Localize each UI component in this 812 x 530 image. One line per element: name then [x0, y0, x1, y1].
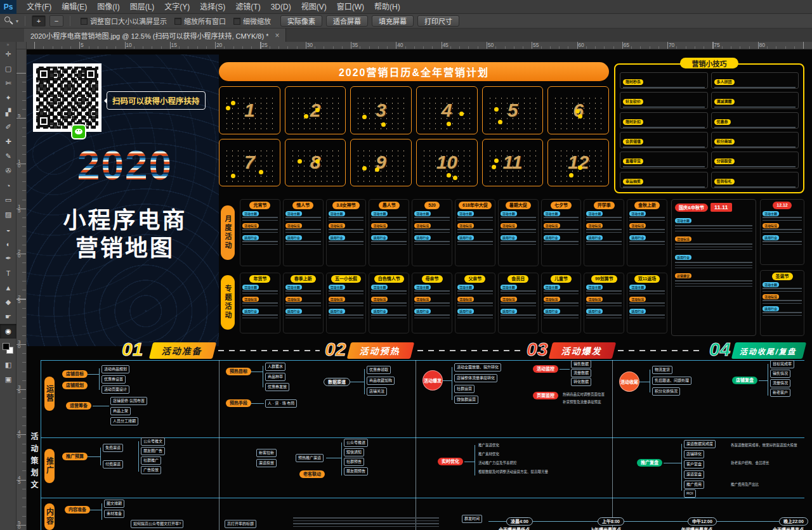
- row-label-operations: 运营: [44, 377, 55, 411]
- menu-item[interactable]: 视图(V): [296, 0, 332, 14]
- menu-item[interactable]: 图层(L): [125, 0, 160, 14]
- ruler-number: 60: [578, 42, 584, 48]
- month-box: 9: [350, 139, 412, 187]
- qr-caption: 扫码可以获得小程序扶持: [107, 91, 206, 110]
- zoom-in-toggle[interactable]: +: [32, 15, 46, 27]
- color-swatches[interactable]: [0, 341, 16, 358]
- flow-node: [560, 369, 570, 370]
- move-tool[interactable]: ✛: [0, 47, 16, 61]
- blur-tool[interactable]: ◒: [0, 222, 16, 236]
- menu-item[interactable]: 选择(S): [195, 0, 230, 14]
- toolbar-grip[interactable]: »: [0, 42, 16, 47]
- phase-dashes: [618, 350, 704, 351]
- vertical-ruler[interactable]: 51 01 52 02 53 03 54 04 55 0: [16, 49, 27, 530]
- flow-node: [768, 364, 768, 396]
- flow-node: 店铺复盘: [732, 377, 757, 384]
- pen-tool[interactable]: ✒: [0, 251, 16, 266]
- healing-brush-tool[interactable]: ✚: [0, 134, 16, 149]
- option-checkbox[interactable]: 细微缩放: [233, 16, 271, 26]
- monthly-activities-label: 月度活动: [221, 205, 235, 260]
- document-tab[interactable]: 2020小程序电商营销地图.jpg @ 12.5% (扫码可以获得小程序扶持, …: [24, 29, 286, 42]
- menu-item[interactable]: 滤镜(T): [230, 0, 265, 14]
- shape-tool[interactable]: ◆: [0, 295, 16, 309]
- crop-tool[interactable]: ▞: [0, 105, 16, 120]
- options-button[interactable]: 填充屏幕: [372, 15, 414, 27]
- flow-node: 老客联动: [299, 470, 325, 478]
- divider: [25, 16, 25, 26]
- flow-node: 推广复盘: [637, 459, 662, 467]
- lasso-tool[interactable]: ✄: [0, 76, 16, 91]
- double11-badge: 11.11: [710, 203, 732, 212]
- close-icon[interactable]: ×: [275, 31, 279, 40]
- quick-select-tool[interactable]: ✦: [0, 91, 16, 105]
- wechat-icon: [71, 124, 86, 139]
- zoom-tool[interactable]: ◉: [0, 324, 16, 339]
- campaign-card: 3.8女神节活动主题活动玩法适用行业: [326, 199, 367, 266]
- flow-node: [293, 517, 439, 527]
- eyedropper-tool[interactable]: ✐: [0, 120, 16, 134]
- options-button[interactable]: 适合屏幕: [326, 15, 368, 27]
- month-box: 10: [416, 139, 478, 187]
- campaign-card: 年货节活动主题活动玩法适用行业: [240, 273, 280, 333]
- document-canvas[interactable]: 扫码可以获得小程序扶持 2020 小程序电商 营销地图 2020营销日历&全年营…: [27, 49, 812, 530]
- zoom-out-toggle[interactable]: −: [49, 15, 63, 27]
- quick-mask-button[interactable]: ◧: [0, 358, 16, 372]
- flow-node: 朋友圈预告: [344, 467, 368, 475]
- campaign-card: 情人节活动主题活动玩法适用行业: [283, 199, 324, 266]
- flow-node: 活动爆发: [422, 370, 443, 391]
- history-brush-tool[interactable]: ◔: [0, 178, 16, 193]
- flow-node: 公众号推文: [141, 437, 165, 446]
- divider: [70, 16, 70, 26]
- options-button[interactable]: 打印尺寸: [417, 15, 459, 27]
- menu-item[interactable]: 编辑(E): [56, 0, 92, 14]
- flow-node: 目标完成率: [770, 360, 794, 368]
- eraser-tool[interactable]: ▭: [0, 193, 16, 207]
- menu-item[interactable]: 文件(F): [22, 0, 56, 14]
- menu-item[interactable]: 3D(D): [266, 0, 296, 14]
- month-box: 12: [547, 139, 609, 187]
- campaign-card: 父亲节活动主题活动玩法适用行业: [455, 273, 495, 333]
- dodge-tool[interactable]: ◐: [0, 236, 16, 251]
- tip-box: 签到有礼: [711, 172, 799, 188]
- options-button[interactable]: 实际像素: [280, 15, 322, 27]
- menu-item[interactable]: 帮助(H): [369, 0, 405, 14]
- clone-stamp-tool[interactable]: ✇: [0, 164, 16, 178]
- flow-node: 物流发货: [652, 366, 672, 374]
- menu-item[interactable]: 窗口(W): [332, 0, 369, 14]
- ruler-number: 35: [352, 42, 358, 48]
- ruler-number: 50: [488, 42, 494, 48]
- gradient-tool[interactable]: ▨: [0, 207, 16, 222]
- flow-node: [443, 380, 452, 381]
- type-tool[interactable]: T: [0, 266, 16, 280]
- flow-node: 运营筹备: [66, 402, 91, 410]
- flow-node: 广告投放: [141, 466, 161, 474]
- option-checkbox[interactable]: 缩放所有窗口: [174, 16, 226, 26]
- tip-box: 限时折扣: [620, 112, 708, 129]
- flow-node: 高打开率的标题: [225, 520, 256, 528]
- screen-mode-button[interactable]: ▣: [0, 372, 16, 387]
- foreground-color-swatch[interactable]: [3, 343, 10, 350]
- flow-node: 新客拉新: [256, 449, 277, 457]
- campaign-card: 愚人节活动主题活动玩法适用行业: [369, 199, 409, 266]
- campaign-card: 儿童节活动主题活动玩法适用行业: [541, 273, 582, 333]
- campaign-card: 春季上新活动主题活动玩法适用行业: [283, 273, 324, 333]
- phase-3-banner: 活动爆发: [549, 342, 616, 359]
- flow-node: 预热推广渠道: [296, 454, 324, 462]
- flow-node: 活动商品规划: [102, 365, 129, 373]
- chevron-down-icon[interactable]: ▾: [16, 18, 18, 24]
- hand-tool[interactable]: ☛: [0, 309, 16, 324]
- path-select-tool[interactable]: ▲: [0, 280, 16, 295]
- horizontal-ruler[interactable]: 5101520253035404550556065707580: [27, 42, 812, 49]
- ruler-number: 5: [18, 113, 20, 118]
- flow-node: [100, 448, 101, 465]
- menu-item[interactable]: 文字(Y): [159, 0, 195, 14]
- year-title: 2020: [46, 142, 204, 189]
- brush-tool[interactable]: ✎: [0, 149, 16, 164]
- flow-node: [759, 380, 768, 381]
- zoom-tool-preset-icon[interactable]: [3, 15, 14, 27]
- month-box: 11: [482, 139, 544, 187]
- menu-item[interactable]: 图像(I): [92, 0, 124, 14]
- flow-node: 图文排期: [104, 500, 124, 508]
- option-checkbox[interactable]: 调整窗口大小以满屏显示: [81, 16, 167, 26]
- marquee-tool[interactable]: ▢: [0, 61, 16, 76]
